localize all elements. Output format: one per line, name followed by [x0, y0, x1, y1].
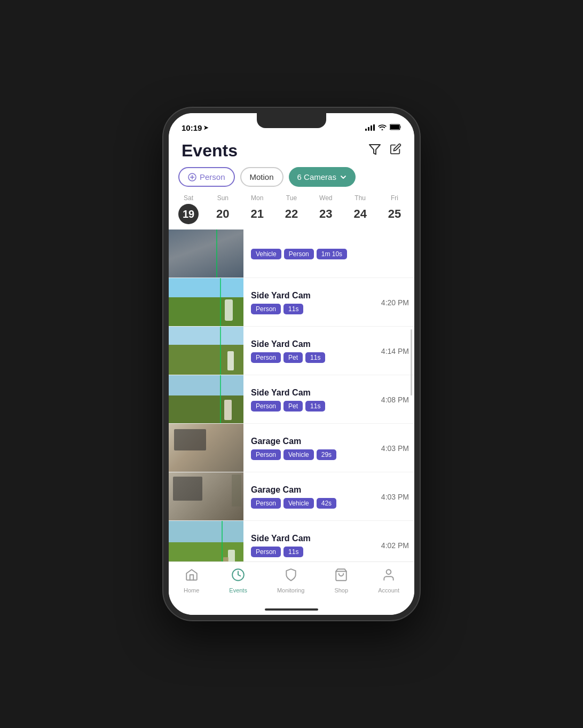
event-tags: Vehicle Person 1m 10s	[251, 249, 399, 259]
event-time: 4:03 PM	[377, 424, 414, 472]
notch	[257, 113, 326, 128]
events-list[interactable]: Vehicle Person 1m 10s Side Yard Cam Pers…	[169, 230, 414, 561]
event-thumbnail	[169, 375, 243, 423]
location-icon: ➤	[203, 124, 208, 131]
tag-person: Person	[251, 401, 281, 412]
tag-vehicle: Vehicle	[251, 249, 281, 259]
battery-icon	[390, 124, 401, 132]
event-tags: Person Pet 11s	[251, 401, 372, 412]
calendar-strip: Sat 19 Sun 20 Mon 21 Tue 22 Wed 23	[169, 192, 414, 230]
event-info: Garage Cam Person Vehicle 29s	[243, 424, 377, 472]
nav-item-home[interactable]: Home	[184, 568, 199, 594]
home-bar	[265, 608, 318, 611]
event-time: 4:03 PM	[377, 472, 414, 520]
nav-label-home: Home	[184, 587, 199, 594]
nav-label-shop: Shop	[334, 587, 348, 594]
events-icon	[231, 568, 245, 585]
event-time: 4:14 PM	[377, 327, 414, 375]
event-info: Vehicle Person 1m 10s	[243, 230, 405, 278]
account-icon	[382, 568, 396, 585]
nav-label-events: Events	[229, 587, 247, 594]
motion-filter-chip[interactable]: Motion	[240, 167, 283, 187]
tag-person: Person	[284, 249, 314, 259]
tag-duration: 29s	[317, 449, 336, 460]
phone-frame: 10:19 ➤	[163, 108, 420, 620]
tag-person: Person	[251, 498, 281, 509]
event-tags: Person Vehicle 42s	[251, 498, 372, 509]
event-thumbnail	[169, 424, 243, 472]
nav-item-shop[interactable]: Shop	[334, 568, 348, 594]
cal-day-thu[interactable]: Thu 24	[350, 194, 371, 224]
table-row[interactable]: Side Yard Cam Person 11s 4:02 PM	[169, 521, 414, 561]
calendar-days: Sat 19 Sun 20 Mon 21 Tue 22 Wed 23	[178, 194, 405, 224]
event-thumbnail	[169, 521, 243, 561]
event-tags: Person 11s	[251, 547, 372, 557]
event-info: Side Yard Cam Person 11s	[243, 278, 377, 326]
nav-item-monitoring[interactable]: Monitoring	[277, 568, 304, 594]
monitoring-icon	[284, 568, 298, 585]
event-info: Side Yard Cam Person Pet 11s	[243, 327, 377, 375]
home-indicator	[169, 604, 414, 615]
event-time: 4:08 PM	[377, 375, 414, 423]
nav-item-account[interactable]: Account	[378, 568, 399, 594]
event-tags: Person 11s	[251, 304, 372, 314]
scroll-indicator	[411, 329, 412, 395]
home-icon	[185, 568, 199, 585]
event-camera-name: Garage Cam	[251, 437, 372, 446]
chevron-down-icon	[340, 173, 347, 181]
event-info: Side Yard Cam Person Pet 11s	[243, 375, 377, 423]
cal-day-tue[interactable]: Tue 22	[281, 194, 302, 224]
tag-pet: Pet	[283, 352, 303, 363]
cal-day-mon[interactable]: Mon 21	[247, 194, 267, 224]
nav-item-events[interactable]: Events	[229, 568, 247, 594]
status-icons	[365, 124, 401, 132]
table-row[interactable]: Garage Cam Person Vehicle 29s 4:03 PM	[169, 424, 414, 472]
event-time: 4:02 PM	[377, 521, 414, 561]
svg-point-8	[387, 569, 391, 574]
event-camera-name: Side Yard Cam	[251, 339, 372, 349]
event-info: Garage Cam Person Vehicle 42s	[243, 472, 377, 520]
cal-day-fri[interactable]: Fri 25	[384, 194, 405, 224]
table-row[interactable]: Side Yard Cam Person 11s 4:20 PM	[169, 278, 414, 327]
table-row[interactable]: Vehicle Person 1m 10s	[169, 230, 414, 278]
table-row[interactable]: Side Yard Cam Person Pet 11s 4:08 PM	[169, 375, 414, 424]
table-row[interactable]: Garage Cam Person Vehicle 42s 4:03 PM	[169, 472, 414, 521]
tag-person: Person	[251, 547, 281, 557]
svg-marker-2	[369, 145, 380, 154]
filter-icon[interactable]	[368, 143, 381, 159]
tag-duration: 11s	[305, 352, 325, 363]
page-title: Events	[182, 141, 238, 161]
event-camera-name: Side Yard Cam	[251, 388, 372, 398]
plus-circle-icon	[188, 173, 196, 181]
nav-label-account: Account	[378, 587, 399, 594]
tag-person: Person	[251, 352, 281, 363]
bottom-nav: Home Events Monitoring	[169, 561, 414, 604]
filter-chips: Person Motion 6 Cameras	[169, 167, 414, 192]
cal-day-sat[interactable]: Sat 19	[178, 194, 199, 224]
event-tags: Person Pet 11s	[251, 352, 372, 363]
cal-day-sun[interactable]: Sun 20	[212, 194, 233, 224]
table-row[interactable]: Side Yard Cam Person Pet 11s 4:14 PM	[169, 327, 414, 375]
tag-vehicle: Vehicle	[283, 498, 314, 509]
signal-bars-icon	[365, 124, 375, 131]
event-time	[405, 230, 414, 278]
svg-rect-1	[390, 125, 399, 129]
cal-day-wed[interactable]: Wed 23	[316, 194, 336, 224]
event-thumbnail	[169, 327, 243, 375]
header-icons	[368, 143, 401, 159]
event-tags: Person Vehicle 29s	[251, 449, 372, 460]
tag-duration: 1m 10s	[317, 249, 347, 259]
event-camera-name: Side Yard Cam	[251, 534, 372, 543]
status-time: 10:19 ➤	[182, 123, 208, 132]
event-info: Side Yard Cam Person 11s	[243, 521, 377, 561]
tag-duration: 42s	[317, 498, 336, 509]
event-thumbnail	[169, 230, 243, 278]
tag-duration: 11s	[283, 547, 303, 557]
tag-pet: Pet	[283, 401, 303, 412]
tag-person: Person	[251, 449, 281, 460]
person-filter-chip[interactable]: Person	[178, 167, 235, 187]
cameras-filter-chip[interactable]: 6 Cameras	[289, 167, 356, 187]
tag-person: Person	[251, 304, 281, 314]
edit-icon[interactable]	[390, 143, 401, 159]
tag-duration: 11s	[305, 401, 325, 412]
